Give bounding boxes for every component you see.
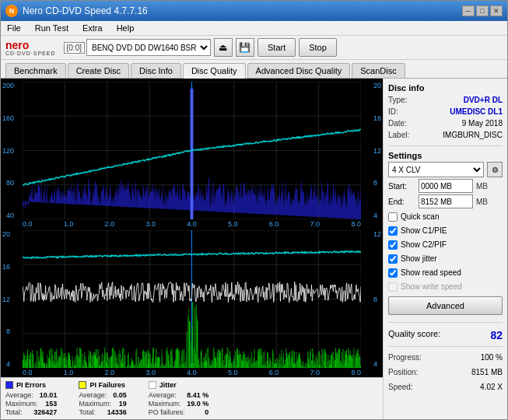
menu-help[interactable]: Help: [114, 23, 138, 33]
position-value: 8151 MB: [471, 366, 503, 378]
separator-2: [388, 322, 503, 323]
maximize-button[interactable]: □: [476, 5, 489, 16]
tab-advanced-disc-quality[interactable]: Advanced Disc Quality: [247, 63, 351, 78]
app-icon: N: [5, 5, 18, 17]
start-unit: MB: [476, 182, 488, 191]
eject-button[interactable]: ⏏: [214, 38, 233, 57]
top-chart-canvas: [23, 82, 361, 219]
tab-benchmark[interactable]: Benchmark: [5, 63, 66, 78]
advanced-button[interactable]: Advanced: [388, 296, 503, 315]
quality-value: 82: [490, 329, 503, 341]
show-c1-checkbox[interactable]: [388, 226, 398, 236]
jitter-po: PO failures: 0: [149, 408, 209, 416]
start-input-row: Start: MB: [388, 179, 503, 193]
pi-failures-total: Total: 14336: [79, 408, 126, 416]
show-c2-checkbox[interactable]: [388, 240, 398, 250]
y-right-12: 12: [373, 147, 381, 155]
jitter-stats: Jitter Average: 8.41 % Maximum: 19.0 % P…: [149, 381, 209, 416]
disc-date-label: Date:: [388, 117, 407, 129]
jitter-avg: Average: 8.41 %: [149, 391, 209, 399]
main-content: 200 160 120 80 40 20 16 12 8 4 0.0 1.: [1, 79, 507, 419]
logo-nero: nero: [5, 40, 56, 51]
by-left-12: 12: [2, 296, 10, 303]
start-button[interactable]: Start: [258, 38, 296, 57]
y-right-20: 20: [373, 82, 381, 89]
disc-id-row: ID: UMEDISC DL1: [388, 106, 503, 117]
bottom-chart-canvas: [23, 230, 361, 368]
close-button[interactable]: ✕: [490, 5, 503, 16]
show-read-speed-label: Show read speed: [401, 266, 461, 280]
disc-date-value: 9 May 2018: [462, 117, 503, 129]
tab-scan-disc[interactable]: ScanDisc: [352, 63, 405, 78]
end-unit: MB: [476, 198, 488, 206]
save-button[interactable]: 💾: [236, 38, 254, 57]
menu-bar: File Run Test Extra Help: [1, 21, 507, 36]
tab-create-disc[interactable]: Create Disc: [68, 63, 129, 78]
settings-title: Settings: [388, 151, 503, 160]
show-c2-row: Show C2/PIF: [388, 238, 503, 252]
top-chart-container: 200 160 120 80 40 20 16 12 8 4: [23, 82, 361, 219]
show-write-speed-row: Show write speed: [388, 280, 503, 294]
quality-score-row: Quality score: 82: [388, 329, 503, 341]
pi-errors-legend-box: [5, 381, 13, 389]
separator-3: [388, 346, 503, 347]
start-input[interactable]: [419, 179, 473, 193]
show-c2-label: Show C2/PIF: [401, 238, 447, 252]
bx-4: 4.0: [187, 369, 197, 376]
x-5: 5.0: [228, 220, 238, 228]
x-1: 1.0: [64, 220, 74, 228]
menu-file[interactable]: File: [4, 23, 24, 33]
disc-type-label: Type:: [388, 94, 407, 106]
y-left-80: 80: [2, 179, 14, 187]
bx-3: 3.0: [145, 369, 156, 376]
pi-errors-max: Maximum: 153: [5, 400, 57, 408]
start-label: Start:: [388, 182, 415, 191]
drive-dropdown[interactable]: BENQ DVD DD DW1640 BSRB: [86, 39, 211, 56]
pi-errors-avg: Average: 10.01: [5, 391, 57, 399]
tab-disc-info[interactable]: Disc Info: [131, 63, 181, 78]
jitter-max: Maximum: 19.0 %: [149, 400, 209, 408]
jitter-title: Jitter: [159, 381, 177, 389]
menu-run-test[interactable]: Run Test: [32, 23, 72, 33]
quickscan-label: Quick scan: [401, 210, 439, 224]
y-left-120: 120: [2, 147, 14, 155]
tab-bar: Benchmark Create Disc Disc Info Disc Qua…: [1, 60, 507, 79]
disc-type-row: Type: DVD+R DL: [388, 94, 503, 106]
position-label: Position:: [388, 366, 418, 378]
by-left-8: 8: [2, 327, 10, 335]
charts-area: 200 160 120 80 40 20 16 12 8 4 0.0 1.: [1, 79, 383, 419]
minimize-button[interactable]: ─: [462, 5, 475, 16]
menu-extra[interactable]: Extra: [79, 23, 106, 33]
app-logo: nero CD·DVD·SPEED: [5, 40, 56, 56]
progress-value: 100 %: [481, 352, 503, 363]
disc-info-section: Disc info Type: DVD+R DL ID: UMEDISC DL1…: [388, 83, 503, 141]
quality-label: Quality score:: [388, 329, 440, 341]
bottom-chart-container: 20 16 12 8 4 12 8 4: [23, 230, 361, 368]
speed-selector[interactable]: 4 X CLV: [388, 162, 484, 177]
window-title: Nero CD-DVD Speed 4.7.7.16: [23, 5, 148, 16]
quickscan-row: Quick scan: [388, 210, 503, 224]
end-label: End:: [388, 198, 415, 206]
show-write-speed-checkbox[interactable]: [388, 282, 398, 292]
top-chart-y-left: 200 160 120 80 40: [2, 82, 14, 219]
jitter-legend-box: [149, 381, 156, 389]
show-read-speed-checkbox[interactable]: [388, 268, 398, 278]
bottom-chart-x-axis: 0.0 1.0 2.0 3.0 4.0 5.0 6.0 7.0 8.0: [1, 368, 383, 377]
pi-errors-title: PI Errors: [16, 381, 46, 389]
settings-gear-button[interactable]: ⚙: [487, 162, 503, 177]
end-input[interactable]: [419, 194, 473, 208]
quickscan-checkbox[interactable]: [388, 212, 398, 222]
title-buttons: ─ □ ✕: [462, 5, 503, 16]
toolbar: nero CD·DVD·SPEED [0:0] BENQ DVD DD DW16…: [1, 36, 507, 60]
stop-button[interactable]: Stop: [299, 38, 337, 57]
bx-8: 8.0: [351, 369, 361, 376]
top-chart-x-axis: 0.0 1.0 2.0 3.0 4.0 5.0 6.0 7.0 8.0: [1, 219, 383, 229]
logo-sub: CD·DVD·SPEED: [5, 51, 56, 56]
tab-disc-quality[interactable]: Disc Quality: [183, 63, 246, 79]
bx-5: 5.0: [228, 369, 238, 376]
title-bar: N Nero CD-DVD Speed 4.7.7.16 ─ □ ✕: [1, 1, 507, 21]
bx-0: 0.0: [23, 369, 33, 376]
position-row: Position: 8151 MB: [388, 366, 503, 378]
show-jitter-checkbox[interactable]: [388, 254, 398, 264]
title-bar-left: N Nero CD-DVD Speed 4.7.7.16: [5, 5, 148, 17]
